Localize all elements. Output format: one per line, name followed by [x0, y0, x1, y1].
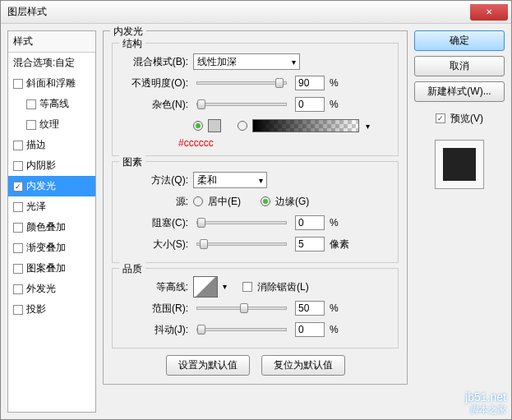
- style-list-header: 样式: [8, 31, 95, 53]
- style-checkbox[interactable]: [13, 284, 23, 294]
- style-item-label: 渐变叠加: [26, 241, 66, 255]
- style-item-label: 内发光: [26, 179, 56, 193]
- preview-checkbox[interactable]: [436, 113, 445, 123]
- color-note: #cccccc: [178, 137, 390, 149]
- style-item[interactable]: 纹理: [8, 114, 95, 135]
- set-default-button[interactable]: 设置为默认值: [166, 355, 250, 376]
- close-button[interactable]: ✕: [470, 4, 508, 21]
- structure-title: 结构: [119, 37, 145, 51]
- new-style-button[interactable]: 新建样式(W)...: [414, 81, 505, 102]
- source-edge-radio[interactable]: [261, 196, 270, 206]
- layer-style-dialog: 图层样式 ✕ 样式 混合选项:自定 斜面和浮雕等高线纹理描边内阴影内发光光泽颜色…: [0, 0, 512, 420]
- style-checkbox[interactable]: [13, 161, 23, 171]
- preview-label: 预览(V): [450, 112, 483, 126]
- size-input[interactable]: 5: [295, 237, 325, 252]
- style-item-label: 内阴影: [26, 159, 56, 173]
- gradient-radio[interactable]: [238, 121, 247, 131]
- color-radio[interactable]: [193, 121, 203, 131]
- style-item[interactable]: 图案叠加: [8, 258, 95, 279]
- jitter-unit: %: [330, 324, 339, 335]
- method-label: 方法(Q):: [121, 173, 188, 187]
- elements-group: 图素 方法(Q): 柔和 源: 居中(E) 边缘(G) 阻塞(C):: [112, 161, 399, 263]
- style-item[interactable]: 内发光: [8, 176, 95, 196]
- jitter-input[interactable]: 0: [295, 322, 325, 337]
- reset-default-button[interactable]: 复位为默认值: [261, 355, 345, 376]
- blend-mode-label: 混合模式(B):: [121, 55, 188, 69]
- preview-swatch: [443, 148, 476, 181]
- style-checkbox[interactable]: [13, 141, 23, 150]
- style-item-label: 等高线: [39, 97, 69, 111]
- opacity-unit: %: [330, 77, 339, 89]
- size-unit: 像素: [330, 238, 349, 252]
- style-item-label: 光泽: [26, 200, 46, 214]
- quality-title: 品质: [119, 262, 145, 276]
- window-title: 图层样式: [7, 5, 47, 19]
- antialias-label: 消除锯齿(L): [257, 280, 309, 294]
- antialias-checkbox[interactable]: [242, 282, 252, 292]
- range-label: 范围(R):: [121, 302, 188, 316]
- cancel-button[interactable]: 取消: [414, 56, 505, 76]
- ok-button[interactable]: 确定: [414, 30, 505, 51]
- style-item[interactable]: 等高线: [8, 94, 95, 114]
- style-item-label: 图案叠加: [26, 261, 66, 275]
- structure-group: 结构 混合模式(B): 线性加深 不透明度(O): 90 % 杂色(N):: [112, 43, 399, 156]
- style-item[interactable]: 渐变叠加: [8, 238, 95, 258]
- color-swatch[interactable]: [208, 119, 221, 132]
- style-item[interactable]: 颜色叠加: [8, 217, 95, 238]
- noise-input[interactable]: 0: [295, 97, 325, 112]
- style-item[interactable]: 投影: [8, 299, 95, 320]
- choke-input[interactable]: 0: [295, 215, 325, 230]
- style-item[interactable]: 外发光: [8, 279, 95, 299]
- style-checkbox[interactable]: [26, 99, 36, 109]
- style-checkbox[interactable]: [13, 243, 23, 253]
- style-checkbox[interactable]: [13, 79, 23, 89]
- style-checkbox[interactable]: [13, 223, 23, 233]
- blend-mode-select[interactable]: 线性加深: [193, 53, 300, 70]
- jitter-label: 抖动(J):: [121, 323, 188, 337]
- range-slider[interactable]: [196, 307, 287, 310]
- style-item[interactable]: 内阴影: [8, 155, 95, 176]
- method-select[interactable]: 柔和: [193, 172, 267, 188]
- range-input[interactable]: 50: [295, 301, 325, 316]
- jitter-slider[interactable]: [196, 328, 287, 331]
- gradient-picker[interactable]: [252, 119, 359, 132]
- opacity-slider[interactable]: [196, 81, 287, 85]
- opacity-input[interactable]: 90: [295, 76, 325, 90]
- elements-title: 图素: [119, 155, 145, 169]
- style-item-label: 描边: [26, 138, 46, 152]
- source-center-radio[interactable]: [193, 196, 203, 206]
- noise-slider[interactable]: [196, 103, 287, 106]
- style-item[interactable]: 光泽: [8, 196, 95, 217]
- style-item-label: 外发光: [26, 282, 56, 296]
- size-slider[interactable]: [196, 242, 287, 246]
- contour-label: 等高线:: [121, 280, 188, 294]
- blend-options-item[interactable]: 混合选项:自定: [8, 53, 95, 73]
- style-checkbox[interactable]: [13, 305, 23, 315]
- style-checkbox[interactable]: [13, 202, 23, 212]
- noise-label: 杂色(N):: [121, 98, 188, 112]
- watermark: jb51.net 脚本之家: [465, 390, 506, 416]
- titlebar[interactable]: 图层样式 ✕: [1, 1, 511, 24]
- choke-label: 阻塞(C):: [121, 216, 188, 230]
- preview-box: [435, 140, 484, 189]
- quality-group: 品质 等高线: 消除锯齿(L) 范围(R): 50 %: [112, 268, 399, 348]
- style-checkbox[interactable]: [13, 182, 23, 192]
- source-label: 源:: [121, 195, 188, 209]
- source-center-label: 居中(E): [208, 195, 241, 209]
- noise-unit: %: [330, 99, 339, 110]
- opacity-label: 不透明度(O):: [121, 76, 188, 90]
- choke-slider[interactable]: [196, 221, 287, 224]
- style-item-label: 斜面和浮雕: [26, 76, 76, 90]
- size-label: 大小(S):: [121, 238, 188, 252]
- style-checkbox[interactable]: [26, 120, 36, 130]
- range-unit: %: [330, 302, 339, 314]
- contour-picker[interactable]: [193, 276, 218, 298]
- style-list: 样式 混合选项:自定 斜面和浮雕等高线纹理描边内阴影内发光光泽颜色叠加渐变叠加图…: [7, 30, 96, 413]
- style-checkbox[interactable]: [13, 264, 23, 274]
- style-item-label: 颜色叠加: [26, 220, 66, 234]
- style-item[interactable]: 斜面和浮雕: [8, 73, 95, 94]
- source-edge-label: 边缘(G): [275, 195, 309, 209]
- style-item-label: 投影: [26, 302, 46, 316]
- style-item-label: 纹理: [39, 118, 59, 132]
- style-item[interactable]: 描边: [8, 135, 95, 155]
